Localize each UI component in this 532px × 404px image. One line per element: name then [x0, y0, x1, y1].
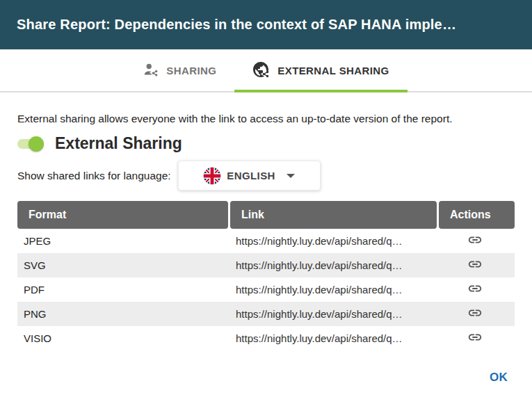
dialog-title: Share Report: Dependencies in the contex…	[17, 17, 456, 33]
format-cell: VISIO	[17, 326, 228, 350]
tab-external-sharing[interactable]: EXTERNAL SHARING	[234, 49, 407, 91]
table-header-row: Format Link Actions	[17, 201, 515, 229]
table-row: VISIO https://nightly.luy.dev/api/shared…	[17, 326, 515, 350]
ok-button[interactable]: OK	[487, 369, 510, 386]
format-cell: PNG	[17, 302, 228, 326]
toggle-knob	[29, 136, 44, 152]
table-row: JPEG https://nightly.luy.dev/api/shared/…	[17, 229, 515, 253]
tab-sharing-label: SHARING	[166, 65, 216, 76]
format-cell: JPEG	[17, 229, 228, 253]
language-row: Show shared links for language: ENGLISH	[17, 161, 515, 191]
globe-share-icon	[252, 61, 271, 79]
format-cell: SVG	[17, 253, 228, 277]
dialog-body: External sharing allows everyone with th…	[0, 113, 532, 350]
link-cell: https://nightly.luy.dev/api/shared/q…	[228, 326, 435, 350]
actions-cell	[435, 326, 515, 350]
actions-cell	[435, 229, 515, 253]
link-cell: https://nightly.luy.dev/api/shared/q…	[228, 253, 435, 277]
actions-cell	[435, 302, 515, 326]
chevron-down-icon	[287, 174, 295, 178]
shared-links-table: Format Link Actions JPEG https://nightly…	[17, 201, 515, 350]
external-sharing-toggle[interactable]	[17, 136, 44, 152]
copy-link-button[interactable]	[466, 255, 484, 275]
link-icon	[467, 330, 483, 347]
actions-cell	[435, 277, 515, 302]
link-icon	[467, 281, 483, 298]
link-cell: https://nightly.luy.dev/api/shared/q…	[228, 302, 435, 326]
link-icon	[467, 305, 483, 323]
table-row: PNG https://nightly.luy.dev/api/shared/q…	[17, 302, 515, 326]
tab-bar: SHARING EXTERNAL SHARING	[0, 49, 532, 92]
table-row: SVG https://nightly.luy.dev/api/shared/q…	[17, 253, 515, 277]
language-select-button[interactable]: ENGLISH	[178, 161, 321, 191]
dialog-footer: OK	[0, 350, 532, 386]
link-icon	[467, 257, 483, 274]
tab-sharing[interactable]: SHARING	[124, 49, 234, 91]
table-body: JPEG https://nightly.luy.dev/api/shared/…	[17, 229, 515, 350]
link-cell: https://nightly.luy.dev/api/shared/q…	[228, 277, 435, 302]
external-sharing-description: External sharing allows everyone with th…	[17, 113, 515, 125]
person-share-icon	[143, 63, 159, 78]
dialog-titlebar: Share Report: Dependencies in the contex…	[0, 0, 532, 49]
external-sharing-heading: External Sharing	[55, 134, 182, 153]
language-value: ENGLISH	[227, 170, 275, 181]
language-label: Show shared links for language:	[17, 170, 171, 182]
format-cell: PDF	[17, 277, 228, 302]
actions-cell	[435, 253, 515, 277]
link-icon	[467, 232, 483, 250]
copy-link-button[interactable]	[466, 304, 484, 324]
header-link: Link	[230, 201, 437, 229]
uk-flag-icon	[203, 167, 221, 185]
tab-external-sharing-label: EXTERNAL SHARING	[277, 65, 389, 76]
link-cell: https://nightly.luy.dev/api/shared/q…	[228, 229, 435, 253]
table-row: PDF https://nightly.luy.dev/api/shared/q…	[17, 277, 515, 302]
header-format: Format	[17, 201, 228, 229]
copy-link-button[interactable]	[466, 328, 484, 348]
copy-link-button[interactable]	[466, 280, 484, 300]
header-actions: Actions	[439, 201, 515, 229]
external-sharing-toggle-row: External Sharing	[17, 134, 515, 153]
copy-link-button[interactable]	[466, 231, 484, 251]
